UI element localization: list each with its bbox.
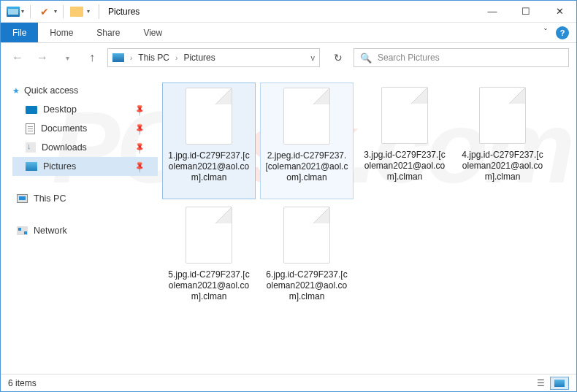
unknown-file-icon — [381, 87, 428, 144]
sidebar-item-label: This PC — [34, 193, 66, 204]
window-title: Pictures — [108, 7, 140, 17]
documents-icon — [26, 123, 35, 134]
file-item[interactable]: 4.jpg.id-C279F237.[coleman2021@aol.com].… — [456, 82, 549, 199]
file-item[interactable]: 3.jpg.id-C279F237.[coleman2021@aol.com].… — [358, 82, 451, 199]
file-name-label: 6.jpg.id-C279F237.[coleman2021@aol.com].… — [263, 269, 351, 302]
navigation-pane: ★ Quick access Desktop 📌 Documents 📌 Dow… — [1, 72, 158, 374]
unknown-file-icon — [283, 207, 330, 264]
chevron-right-icon: › — [175, 54, 177, 62]
recent-locations-button[interactable]: ▾ — [58, 48, 77, 67]
ribbon-tabs: File Home Share View ˇ ? — [1, 23, 576, 43]
unknown-file-icon — [186, 207, 232, 264]
address-dropdown-icon[interactable]: v — [311, 53, 316, 62]
thumbnails-icon — [554, 380, 565, 387]
sidebar-item-network[interactable]: Network — [12, 221, 158, 240]
downloads-icon — [26, 142, 36, 153]
pictures-icon — [26, 162, 37, 171]
maximize-button[interactable]: ☐ — [509, 1, 543, 23]
tab-home[interactable]: Home — [38, 23, 85, 42]
large-icons-view-button[interactable] — [550, 377, 569, 390]
status-bar: 6 items ☰ — [1, 374, 576, 391]
pin-icon: 📌 — [132, 121, 146, 135]
sidebar-item-documents[interactable]: Documents 📌 — [12, 119, 158, 138]
forward-button[interactable]: → — [33, 48, 52, 67]
back-button[interactable]: ← — [8, 48, 27, 67]
checkmark-icon: ✔ — [40, 6, 49, 18]
minimize-button[interactable]: — — [475, 1, 509, 23]
folder-icon — [70, 7, 83, 17]
breadcrumb-thispc[interactable]: This PC — [138, 53, 169, 63]
tab-share[interactable]: Share — [85, 23, 131, 42]
file-name-label: 5.jpg.id-C279F237.[coleman2021@aol.com].… — [165, 269, 253, 302]
pin-icon: 📌 — [132, 159, 146, 173]
refresh-button[interactable]: ↻ — [329, 48, 348, 67]
file-name-label: 4.jpg.id-C279F237.[coleman2021@aol.com].… — [459, 150, 546, 182]
details-view-button[interactable]: ☰ — [531, 377, 550, 390]
address-bar[interactable]: › This PC › Pictures v — [107, 48, 320, 67]
search-placeholder: Search Pictures — [378, 53, 440, 63]
ribbon-expand-icon[interactable]: ˇ — [544, 28, 547, 38]
unknown-file-icon — [479, 87, 526, 144]
file-name-label: 1.jpg.id-C279F237.[coleman2021@aol.com].… — [166, 150, 252, 183]
search-icon: 🔍 — [360, 53, 372, 64]
pictures-location-icon — [112, 53, 124, 62]
desktop-icon — [26, 106, 37, 114]
titlebar: ▾ ✔ ▾ ▾ Pictures — ☐ ✕ — [1, 1, 576, 23]
sidebar-item-label: Documents — [41, 123, 87, 134]
qat-newfolder-button[interactable] — [69, 4, 85, 20]
system-menu-dropdown-icon[interactable]: ▾ — [21, 8, 24, 15]
sidebar-item-downloads[interactable]: Downloads 📌 — [12, 138, 158, 157]
qat-customize-dropdown-icon[interactable]: ▾ — [87, 8, 90, 15]
star-icon: ★ — [12, 86, 20, 96]
close-button[interactable]: ✕ — [543, 1, 576, 23]
file-item[interactable]: 6.jpg.id-C279F237.[coleman2021@aol.com].… — [260, 202, 354, 319]
explorer-system-icon[interactable] — [7, 7, 20, 17]
pin-icon: 📌 — [132, 102, 146, 116]
sidebar-item-label: Downloads — [42, 142, 87, 153]
file-name-label: 3.jpg.id-C279F237.[coleman2021@aol.com].… — [361, 150, 448, 182]
sidebar-item-pictures[interactable]: Pictures 📌 — [12, 157, 158, 176]
file-name-label: 2.jpeg.id-C279F237.[coleman2021@aol.com]… — [264, 150, 350, 183]
sidebar-item-desktop[interactable]: Desktop 📌 — [12, 100, 158, 119]
status-item-count: 6 items — [8, 378, 37, 388]
qat-properties-button[interactable]: ✔ — [37, 4, 53, 20]
network-icon — [17, 226, 28, 235]
qat-dropdown-icon[interactable]: ▾ — [54, 8, 57, 15]
tab-view[interactable]: View — [131, 23, 174, 42]
up-button[interactable]: ↑ — [83, 48, 102, 67]
unknown-file-icon — [283, 88, 330, 145]
chevron-right-icon: › — [130, 54, 132, 62]
file-list-area[interactable]: 1.jpg.id-C279F237.[coleman2021@aol.com].… — [158, 72, 576, 374]
search-input[interactable]: 🔍 Search Pictures — [354, 48, 569, 67]
file-item[interactable]: 1.jpg.id-C279F237.[coleman2021@aol.com].… — [162, 82, 256, 199]
sidebar-item-label: Pictures — [43, 161, 76, 172]
breadcrumb-pictures[interactable]: Pictures — [183, 53, 215, 63]
pin-icon: 📌 — [132, 140, 146, 154]
sidebar-item-label: Desktop — [43, 104, 77, 115]
quick-access-label: Quick access — [24, 85, 78, 96]
file-item[interactable]: 5.jpg.id-C279F237.[coleman2021@aol.com].… — [162, 202, 256, 319]
unknown-file-icon — [186, 88, 232, 145]
address-bar-row: ← → ▾ ↑ › This PC › Pictures v ↻ 🔍 Searc… — [1, 43, 576, 72]
this-pc-icon — [17, 194, 28, 203]
sidebar-item-label: Network — [34, 226, 67, 236]
file-tab[interactable]: File — [1, 23, 38, 42]
file-item[interactable]: 2.jpeg.id-C279F237.[coleman2021@aol.com]… — [260, 82, 354, 199]
sidebar-item-thispc[interactable]: This PC — [12, 189, 158, 208]
help-button[interactable]: ? — [556, 26, 569, 39]
quick-access-header[interactable]: ★ Quick access — [12, 85, 158, 96]
